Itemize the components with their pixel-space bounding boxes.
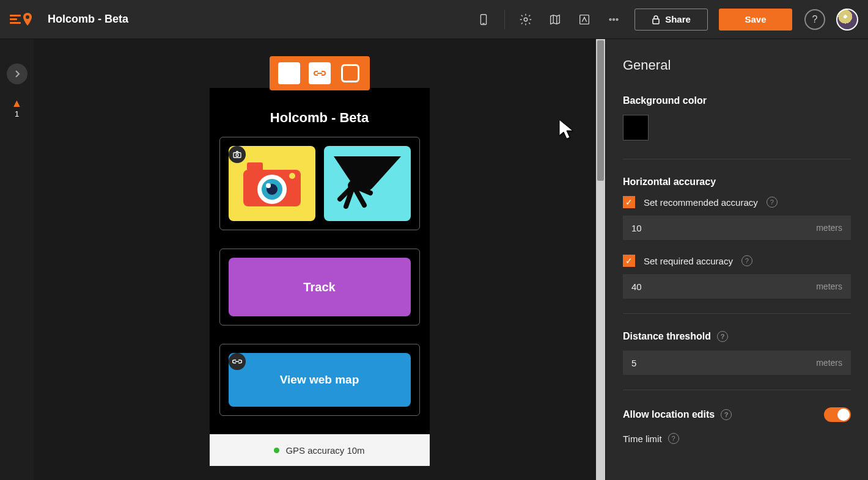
gps-status-bar: GPS accuracy 10m [210,434,430,466]
warning-icon: ▲ [12,98,23,109]
info-icon[interactable]: ? [717,331,728,342]
recommended-accuracy-checkbox[interactable]: ✓ [623,196,635,208]
svg-point-10 [236,154,238,156]
svg-point-5 [609,18,611,20]
svg-rect-12 [247,162,263,171]
required-accuracy-label: Set required accuracy [644,256,733,266]
media-block[interactable] [219,137,420,230]
help-button[interactable]: ? [804,9,825,30]
share-button[interactable]: Share [634,9,708,31]
distance-threshold-label: Distance threshold ? [623,331,851,342]
allow-location-edits-toggle[interactable] [824,407,851,422]
view-webmap-button[interactable]: View web map [229,353,411,407]
svg-rect-9 [234,153,241,158]
top-bar: Holcomb - Beta Share Save ? [0,0,868,39]
link-badge-icon [229,353,246,370]
more-icon[interactable] [601,7,626,32]
gps-status-dot-icon [274,448,279,453]
svg-point-6 [613,18,615,20]
svg-point-13 [289,173,295,179]
device-preview-icon[interactable] [471,7,496,32]
divider [623,159,851,159]
chevron-right-icon [14,70,20,78]
avatar[interactable] [836,9,858,31]
phone-preview: Holcomb - Beta [210,88,430,466]
track-button[interactable]: Track [229,258,411,316]
gear-icon[interactable] [513,7,538,32]
expand-rail-button[interactable] [7,64,28,84]
svg-rect-8 [653,19,659,24]
project-title: Holcomb - Beta [48,13,128,26]
recommended-accuracy-label: Set recommended accuracy [644,197,758,208]
app-title: Holcomb - Beta [219,110,420,126]
recommended-accuracy-field[interactable]: 10 meters [623,216,851,240]
divider [623,390,851,390]
warnings-indicator[interactable]: ▲ 1 [12,98,23,118]
required-accuracy-field[interactable]: 40 meters [623,274,851,299]
tool-container[interactable] [339,62,361,84]
lock-icon [652,15,660,24]
warning-count: 1 [12,110,23,118]
svg-point-7 [616,18,618,20]
required-accuracy-checkbox[interactable]: ✓ [623,255,635,267]
time-limit-label: Time limit ? [623,433,851,444]
horizontal-accuracy-label: Horizontal accuracy [623,176,851,187]
info-icon[interactable]: ? [721,409,732,420]
bg-color-label: Background color [623,95,851,106]
app-logo[interactable] [10,12,33,27]
bg-color-swatch[interactable] [623,115,649,140]
webmap-block[interactable]: View web map [219,344,420,416]
save-button[interactable]: Save [719,9,792,31]
tool-block[interactable] [278,62,300,84]
panel-heading: General [623,57,851,73]
pin-icon [22,12,33,27]
element-toolbar [270,56,370,90]
annotate-icon[interactable] [572,7,597,32]
info-icon[interactable]: ? [741,255,752,266]
canvas-scrollbar[interactable] [596,39,605,480]
mouse-cursor [558,118,575,143]
design-canvas[interactable]: Holcomb - Beta [34,39,605,480]
climber-icon [328,150,407,217]
camera-badge-icon [229,146,246,163]
left-rail: ▲ 1 [0,39,34,480]
scrollbar-thumb[interactable] [597,40,604,181]
track-block[interactable]: Track [219,249,420,325]
top-icon-group [471,7,626,32]
camera-icon [238,156,306,211]
climber-card[interactable] [324,146,411,221]
info-icon[interactable]: ? [668,433,679,444]
allow-location-edits-label: Allow location edits ? [623,409,732,420]
properties-panel: General Background color Horizontal accu… [605,39,868,480]
distance-threshold-field[interactable]: 5 meters [623,351,851,375]
divider [623,313,851,314]
svg-point-17 [266,183,271,188]
tool-link[interactable] [309,62,331,84]
svg-point-3 [524,18,528,21]
svg-point-0 [26,15,29,19]
gps-status-text: GPS accuracy 10m [285,445,364,456]
info-icon[interactable]: ? [767,197,778,208]
map-icon[interactable] [543,7,567,32]
